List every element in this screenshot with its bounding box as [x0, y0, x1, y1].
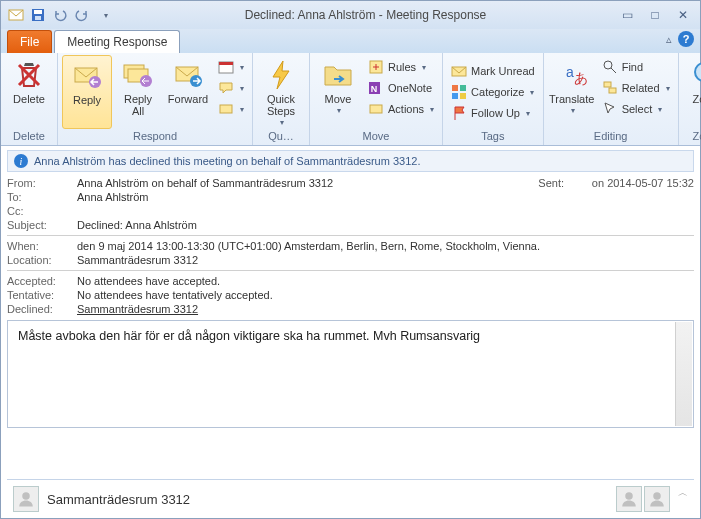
redo-icon[interactable] [73, 6, 91, 24]
tentative-label: Tentative: [7, 289, 77, 301]
group-tags: Mark Unread Categorize▾ Follow Up▾ Tags [443, 53, 544, 145]
reply-all-icon [122, 59, 154, 91]
mark-unread-button[interactable]: Mark Unread [447, 61, 539, 81]
svg-rect-20 [460, 85, 466, 91]
categorize-icon [451, 84, 467, 100]
help-icon[interactable]: ? [678, 31, 694, 47]
svg-text:a: a [566, 64, 574, 80]
move-button[interactable]: Move▾ [314, 55, 362, 127]
more-respond-button[interactable]: ▾ [214, 99, 248, 119]
svg-point-25 [604, 61, 612, 69]
save-icon[interactable] [29, 6, 47, 24]
accepted-label: Accepted: [7, 275, 77, 287]
tab-meeting-response[interactable]: Meeting Response [54, 30, 180, 53]
window-title: Declined: Anna Ahlström - Meeting Respon… [115, 8, 616, 22]
meeting-small-button[interactable]: ▾ [214, 57, 248, 77]
location-label: Location: [7, 254, 77, 266]
onenote-button[interactable]: NOneNote [364, 78, 438, 98]
undo-icon[interactable] [51, 6, 69, 24]
ribbon-tabbar: File Meeting Response ▵ ? [1, 29, 700, 53]
svg-point-28 [695, 63, 701, 81]
related-button[interactable]: Related▾ [598, 78, 674, 98]
info-text: Anna Ahlström has declined this meeting … [34, 155, 420, 167]
actions-button[interactable]: Actions▾ [364, 99, 438, 119]
message-content: i Anna Ahlström has declined this meetin… [1, 146, 700, 518]
find-button[interactable]: Find [598, 57, 674, 77]
actions-icon [368, 101, 384, 117]
svg-rect-13 [220, 105, 232, 113]
svg-rect-26 [604, 82, 611, 87]
folder-move-icon [322, 59, 354, 91]
tentative-value: No attendees have tentatively accepted. [77, 289, 694, 301]
svg-rect-17 [370, 105, 382, 113]
lightning-icon [265, 59, 297, 91]
people-pane: Sammanträdesrum 3312 ︿ [7, 479, 694, 518]
titlebar: ▾ Declined: Anna Ahlström - Meeting Resp… [1, 1, 700, 29]
message-body[interactable]: Måste avboka den här för er då någon vik… [7, 320, 694, 428]
to-label: To: [7, 191, 77, 203]
categorize-button[interactable]: Categorize▾ [447, 82, 539, 102]
chat-icon [218, 80, 234, 96]
app-window: ▾ Declined: Anna Ahlström - Meeting Resp… [0, 0, 701, 519]
delete-button[interactable]: Delete [5, 55, 53, 127]
sent-value: on 2014-05-07 15:32 [564, 177, 694, 189]
find-icon [602, 59, 618, 75]
zoom-icon [691, 59, 701, 91]
ribbon: Delete Delete Reply Reply All Forward [1, 53, 700, 146]
svg-point-30 [625, 492, 633, 500]
quick-access-toolbar: ▾ [7, 6, 115, 24]
info-bar: i Anna Ahlström has declined this meetin… [7, 150, 694, 172]
ribbon-collapse-icon[interactable]: ▵ [666, 33, 672, 46]
window-controls: ▭ □ ✕ [616, 7, 694, 23]
mail-icon[interactable] [7, 6, 25, 24]
svg-point-31 [653, 492, 661, 500]
qat-dropdown-icon[interactable]: ▾ [97, 6, 115, 24]
info-icon: i [14, 154, 28, 168]
maximize-button[interactable]: □ [644, 7, 666, 23]
minimize-button[interactable]: ▭ [616, 7, 638, 23]
declined-value[interactable]: Sammanträdesrum 3312 [77, 303, 694, 315]
zoom-button[interactable]: Zoom [683, 55, 701, 127]
from-value: Anna Ahlström on behalf of Sammanträdesr… [77, 177, 524, 189]
svg-point-29 [22, 492, 30, 500]
group-zoom: Zoom Zoom [679, 53, 701, 145]
group-editing: aあ Translate▾ Find Related▾ Select▾ Edit… [544, 53, 679, 145]
group-respond: Reply Reply All Forward ▾ ▾ ▾ Respond [58, 53, 253, 145]
message-headers: From: Anna Ahlström on behalf of Sammant… [7, 176, 694, 316]
group-quick-steps: Quick Steps▾ Qu… [253, 53, 310, 145]
select-button[interactable]: Select▾ [598, 99, 674, 119]
quick-steps-button[interactable]: Quick Steps▾ [257, 55, 305, 127]
svg-text:あ: あ [574, 70, 588, 86]
close-button[interactable]: ✕ [672, 7, 694, 23]
translate-icon: aあ [556, 59, 588, 91]
avatar-icon[interactable] [13, 486, 39, 512]
calendar-icon [218, 59, 234, 75]
declined-label: Declined: [7, 303, 77, 315]
svg-rect-27 [609, 88, 616, 93]
rules-icon [368, 59, 384, 75]
reply-button[interactable]: Reply [62, 55, 112, 129]
delete-icon [13, 59, 45, 91]
avatar-small-2[interactable] [644, 486, 670, 512]
follow-up-button[interactable]: Follow Up▾ [447, 103, 539, 123]
im-small-button[interactable]: ▾ [214, 78, 248, 98]
more-icon [218, 101, 234, 117]
message-body-text: Måste avboka den här för er då någon vik… [18, 329, 480, 343]
accepted-value: No attendees have accepted. [77, 275, 694, 287]
tab-file[interactable]: File [7, 30, 52, 53]
svg-rect-21 [452, 93, 458, 99]
flag-icon [451, 105, 467, 121]
people-pane-toggle-icon[interactable]: ︿ [678, 486, 688, 512]
rules-button[interactable]: Rules▾ [364, 57, 438, 77]
avatar-small-1[interactable] [616, 486, 642, 512]
cc-value [77, 205, 694, 217]
reply-all-button[interactable]: Reply All [114, 55, 162, 127]
location-value: Sammanträdesrum 3312 [77, 254, 694, 266]
forward-button[interactable]: Forward [164, 55, 212, 127]
sent-label: Sent: [524, 177, 564, 189]
subject-value: Declined: Anna Ahlström [77, 219, 694, 231]
svg-rect-3 [35, 16, 41, 20]
cc-label: Cc: [7, 205, 77, 217]
people-pane-name: Sammanträdesrum 3312 [47, 492, 190, 507]
translate-button[interactable]: aあ Translate▾ [548, 55, 596, 127]
